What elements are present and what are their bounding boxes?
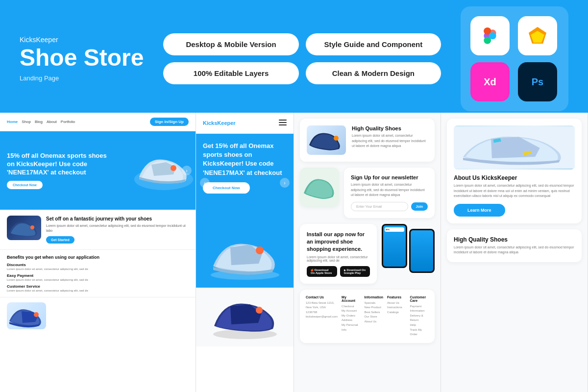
newsletter-card: Sign Up for our newsletter Lorem ipsum d… [344,168,435,218]
phone-screen-1: 40% [383,225,406,267]
header: KicksKeeper Shoe Store Landing Page Desk… [0,0,588,113]
mobile-shoe-container [196,232,294,288]
mobile-header: KicksKeeper [196,113,294,134]
about-shoe-svg [454,125,575,170]
app-body: Lorem ipsum dolor sit amet, consectetur … [307,255,370,262]
journey-content: Set off on a fantastic journey with your… [46,216,189,244]
footer-contact: Contact Us 123 Beta Street 1213,New York… [306,295,338,337]
about-card: About Us KicksKeeper Lorem ipsum dolor s… [447,119,582,223]
tools-section: Xd Ps [461,6,568,111]
svg-point-10 [171,165,176,171]
svg-rect-14 [279,122,287,123]
benefit-payment-title: Easy Payment [7,273,189,278]
benefits-section: Benefits you get when using our applicat… [0,249,196,297]
pill-style: Style Guide and Component [306,33,441,55]
nav-about[interactable]: About [47,120,57,124]
features-panel: High Quality Shoes Lorem ipsum dolor sit… [294,113,441,392]
apple-store-button[interactable]: 🍎 Download On Apple Store [307,266,337,277]
benefit-service-body: Lorem ipsum dolor sit amet, consectetur … [7,289,189,292]
second-shoe-svg [7,302,46,329]
footer-features-heading: Features [387,295,406,299]
learn-more-button[interactable]: Learn More [454,204,505,217]
footer-account-heading: My Account [342,295,360,302]
newsletter-body: Lorem ipsum dolor sit amet, consectetur … [351,182,428,198]
about-shoe-image [454,125,575,170]
footer-care: Customer Care Payment InformationDeliver… [410,295,429,337]
about-panel: About Us KicksKeeper Lorem ipsum dolor s… [441,113,588,392]
nav-portfolio[interactable]: Portfolio [61,120,75,124]
phone-mockup-2 [409,229,435,273]
hq-card: High Quality Shoes Lorem ipsum dolor sit… [447,229,582,262]
desktop-nav: Home Shop Blog About Portfolio Sign In/S… [0,113,196,131]
footer-grid: Contact Us 123 Beta Street 1213,New York… [300,290,435,343]
svg-rect-13 [279,120,287,121]
footer-info-heading: Information [365,295,384,299]
signin-button[interactable]: Sign In/Sign Up [150,118,189,126]
phone-screen-2 [411,230,433,271]
benefit-payment-body: Lorem ipsum dolor sit amet, consectetur … [7,278,189,281]
mobile-carousel-left[interactable]: ‹ [200,178,210,188]
nav-home[interactable]: Home [7,120,18,124]
newsletter-shoe-image [300,168,339,207]
svg-point-5 [489,32,496,40]
google-play-button[interactable]: ▶ Download On Google Play [340,266,370,277]
mobile-carousel-right[interactable]: › [280,178,290,188]
app-row: Install our app now for an improved shoe… [300,224,435,284]
feature-pills: Desktop & Mobile Version Style Guide and… [163,33,441,84]
brand-section: KicksKeeper Shoe Store Landing Page [20,36,144,81]
benefit-payment: Easy Payment Lorem ipsum dolor sit amet,… [7,273,189,281]
svg-point-17 [256,246,264,254]
second-shoe-section [0,297,196,334]
brand-subtitle: Landing Page [20,74,144,82]
quality-shoe-svg [307,125,346,155]
benefit-service: Customer Service Lorem ipsum dolor sit a… [7,284,189,292]
footer-contact-body: 123 Beta Street 1213,New York, USA123676… [306,301,338,319]
hq-heading: High Quality Shoes [454,236,575,243]
benefit-discount-title: Discounts [7,263,189,267]
about-heading: About Us KicksKeeper [454,174,575,181]
about-body: Lorem ipsum dolor sit amet, consectetur … [454,183,575,199]
journey-shoe-svg [7,216,41,240]
pill-editable: 100% Editable Layers [163,62,298,84]
footer-care-heading: Customer Care [410,295,429,302]
phone-mockup-1: 40% [382,224,407,268]
svg-point-12 [34,312,39,317]
pill-clean: Clean & Modern Design [306,62,441,84]
footer-info: Information SpecialsNew ProductBest Sell… [365,295,384,337]
footer-info-body: SpecialsNew ProductBest SellersOur Store… [365,301,384,324]
newsletter-heading: Sign Up for our newsletter [351,174,428,180]
app-heading: Install our app now for an improved shoe… [307,231,370,253]
hero-carousel-right[interactable]: › [182,166,192,175]
nav-shop[interactable]: Shop [22,120,31,124]
xd-icon: Xd [470,62,510,101]
quality-heading: High Quality Shoes [352,125,428,131]
pill-desktop: Desktop & Mobile Version [163,33,298,55]
newsletter-shoe-svg [300,168,339,207]
quality-shoe-image [307,125,346,155]
svg-rect-15 [279,124,287,125]
hero-text: 15% off all Onemax sports shoes on Kicks… [7,152,107,177]
quality-content: High Quality Shoes Lorem ipsum dolor sit… [352,125,428,149]
app-buttons: 🍎 Download On Apple Store ▶ Download On … [307,266,370,277]
benefit-discounts: Discounts Lorem ipsum dolor sit amet, co… [7,263,189,270]
mobile-checkout-button[interactable]: Checkout Now [203,182,250,194]
nav-blog[interactable]: Blog [35,120,43,124]
nav-links: Home Shop Blog About Portfolio [7,120,145,124]
brand-name: KicksKeeper [20,36,144,44]
join-button[interactable]: Join [411,202,428,211]
checkout-button[interactable]: Checkout Now [7,181,43,189]
benefit-discount-body: Lorem ipsum dolor sit amet, consectetur … [7,268,189,270]
desktop-hero: 15% off all Onemax sports shoes on Kicks… [0,131,196,210]
email-input[interactable]: Enter Your Email [351,202,408,211]
get-started-button[interactable]: Get Started [46,236,74,244]
ps-icon: Ps [518,62,557,101]
figma-icon [470,16,510,55]
journey-body: Lorem ipsum dolor sit amet, consectetur … [46,223,189,233]
second-shoe-image [7,302,46,329]
sketch-icon [518,16,557,55]
svg-point-11 [30,225,34,229]
mobile-menu-icon[interactable] [279,119,287,127]
footer-contact-heading: Contact Us [306,295,338,299]
journey-section: Set off on a fantastic journey with your… [0,210,196,249]
email-row: Enter Your Email Join [351,202,428,211]
